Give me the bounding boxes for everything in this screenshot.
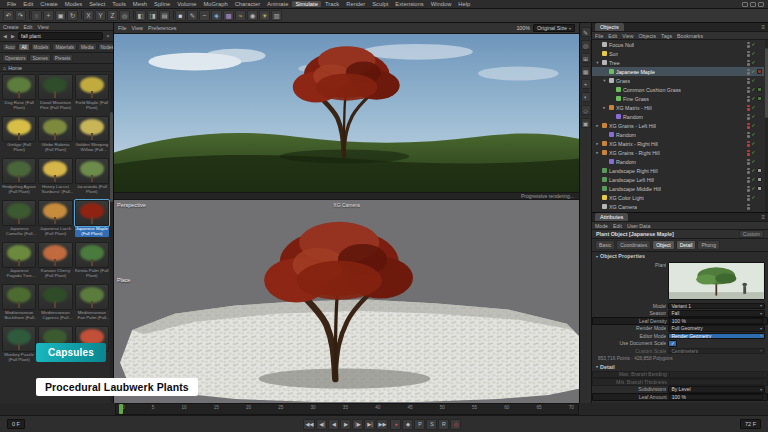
render-visibility-dot[interactable] (747, 153, 750, 156)
editor-visibility-dot[interactable] (747, 168, 750, 171)
forward-icon[interactable]: ▶ (10, 33, 16, 39)
search-input[interactable] (18, 32, 103, 40)
object-row[interactable]: Sun (592, 49, 764, 58)
filter-chip[interactable]: Presets (52, 54, 74, 62)
workplane-icon[interactable]: ▦ (581, 66, 591, 76)
toolbar-separator[interactable] (171, 10, 174, 19)
object-row[interactable]: XG Camera (592, 202, 764, 211)
render-visibility-dot[interactable] (747, 99, 750, 102)
object-row[interactable]: ▾ Grass (592, 76, 764, 85)
record-rotation-button[interactable]: R (438, 419, 449, 430)
material-tag[interactable] (757, 69, 762, 74)
editor-visibility-dot[interactable] (747, 195, 750, 198)
enabled-checkmark[interactable] (751, 60, 755, 65)
render-settings-icon[interactable]: ▤ (159, 10, 170, 21)
menu-item[interactable]: Render (343, 1, 368, 7)
menu-item[interactable]: Volume (174, 1, 199, 7)
perspective-viewport[interactable]: Perspective XG Camera Place (114, 200, 579, 403)
axis-modify-icon[interactable]: + (581, 79, 591, 89)
asset-scrollbar[interactable] (110, 72, 113, 403)
asset-menu-item[interactable]: View (38, 24, 49, 30)
menu-item[interactable]: Modes (62, 1, 85, 7)
Japanese Pagoda Tree (Fall Plant)[interactable]: Japanese Pagoda Tree (Fall Plant) (2, 242, 36, 282)
material-tag[interactable] (757, 96, 762, 101)
enabled-checkmark[interactable] (751, 123, 755, 128)
Dwarf Mountain Pine (Fall Plant)[interactable]: Dwarf Mountain Pine (Fall Plant) (38, 74, 72, 114)
object-row[interactable]: Focus Null (592, 40, 764, 49)
render-visibility-dot[interactable] (747, 198, 750, 201)
menu-item[interactable]: Tools (109, 1, 129, 7)
editor-visibility-dot[interactable] (747, 186, 750, 189)
menu-item[interactable]: Track (322, 1, 342, 7)
attribute-menu-item[interactable]: Edit (613, 223, 622, 229)
next-key-button[interactable]: ▶| (364, 419, 375, 430)
size-mode-dropdown[interactable]: Original Size (533, 24, 575, 32)
filter-chip[interactable]: All (18, 43, 29, 51)
breadcrumb[interactable]: ⌂ Home (0, 64, 113, 72)
axis-x-lock-icon[interactable]: X (83, 10, 94, 21)
filter-chip[interactable]: Models (31, 43, 52, 51)
object-menu-item[interactable]: Tags (661, 33, 672, 39)
menu-item[interactable]: Window (428, 1, 455, 7)
expand-arrow-icon[interactable]: ▾ (595, 60, 600, 65)
Monkey Puzzle (Fall Plant)[interactable]: Monkey Puzzle (Fall Plant) (2, 326, 36, 366)
editor-visibility-dot[interactable] (747, 42, 750, 45)
play-button[interactable]: ▶ (340, 419, 351, 430)
object-row[interactable]: ▸ XG Matrix - Right Hill (592, 139, 764, 148)
property-value[interactable]: Fall (668, 310, 765, 317)
render-visibility-dot[interactable] (747, 117, 750, 120)
attribute-tab[interactable]: Basic (595, 240, 615, 250)
Jacaranda (Fall Plant)[interactable]: Jacaranda (Fall Plant) (75, 158, 109, 198)
Glebe Robinia (Fall Plant)[interactable]: Glebe Robinia (Fall Plant) (38, 116, 72, 156)
property-value[interactable]: Render Geometry (668, 333, 765, 340)
object-menu-item[interactable]: Edit (608, 33, 617, 39)
record-scale-button[interactable]: S (426, 419, 437, 430)
autokey-button[interactable]: ◎ (450, 419, 461, 430)
camera-icon[interactable]: ◉ (247, 10, 258, 21)
axis-y-lock-icon[interactable]: Y (95, 10, 106, 21)
object-row[interactable]: ▸ XG Grains - Left Hill (592, 121, 764, 130)
record-button[interactable]: ● (390, 419, 401, 430)
volume-icon[interactable]: ▩ (223, 10, 234, 21)
layout-icon-3[interactable] (758, 2, 764, 7)
clear-search-icon[interactable]: × (105, 33, 111, 39)
enabled-checkmark[interactable] (751, 78, 755, 83)
magnet-icon[interactable]: ◐ (581, 92, 591, 102)
render-view-menu-item[interactable]: Preferences (148, 25, 177, 31)
render-visibility-dot[interactable] (747, 162, 750, 165)
render-visibility-dot[interactable] (747, 54, 750, 57)
property-value[interactable] (669, 371, 763, 378)
render-visibility-dot[interactable] (747, 189, 750, 192)
pen-tool-icon[interactable]: ✎ (581, 27, 591, 37)
render-visibility-dot[interactable] (747, 171, 750, 174)
section-detail[interactable]: Detail (592, 363, 768, 371)
spline-icon[interactable]: ~ (199, 10, 210, 21)
asset-menu-item[interactable]: Create (3, 24, 19, 30)
render-visibility-dot[interactable] (747, 72, 750, 75)
object-row[interactable]: Landscape Right Hill (592, 166, 764, 175)
enabled-checkmark[interactable] (751, 168, 755, 173)
expand-arrow-icon[interactable]: ▸ (602, 105, 607, 110)
layer-icon[interactable]: ▣ (581, 118, 591, 128)
editor-visibility-dot[interactable] (747, 204, 750, 207)
editor-visibility-dot[interactable] (747, 150, 750, 153)
filter-chip[interactable]: Auto (2, 43, 17, 51)
object-row[interactable]: Fine Grass (592, 94, 764, 103)
attribute-tab[interactable]: Phong (697, 240, 719, 250)
property-value[interactable]: By Level (668, 386, 765, 393)
timeline-playhead[interactable] (119, 404, 123, 414)
next-frame-button[interactable]: |▶ (352, 419, 363, 430)
editor-visibility-dot[interactable] (747, 114, 750, 117)
preset-button[interactable]: Custom (739, 230, 764, 238)
tab-attributes[interactable]: Attributes (595, 213, 628, 221)
material-tag[interactable] (757, 186, 762, 191)
filter-chip[interactable]: Nodes (98, 43, 114, 51)
property-value[interactable] (669, 379, 763, 386)
Kentia Palm (Fall Plant)[interactable]: Kentia Palm (Fall Plant) (75, 242, 109, 282)
tab-objects[interactable]: Objects (595, 23, 624, 31)
enabled-checkmark[interactable] (751, 69, 755, 74)
pen-spline-icon[interactable]: ✎ (187, 10, 198, 21)
editor-visibility-dot[interactable] (747, 60, 750, 63)
filter-chip[interactable]: Media (78, 43, 97, 51)
goto-end-button[interactable]: ▶▶ (376, 419, 388, 430)
